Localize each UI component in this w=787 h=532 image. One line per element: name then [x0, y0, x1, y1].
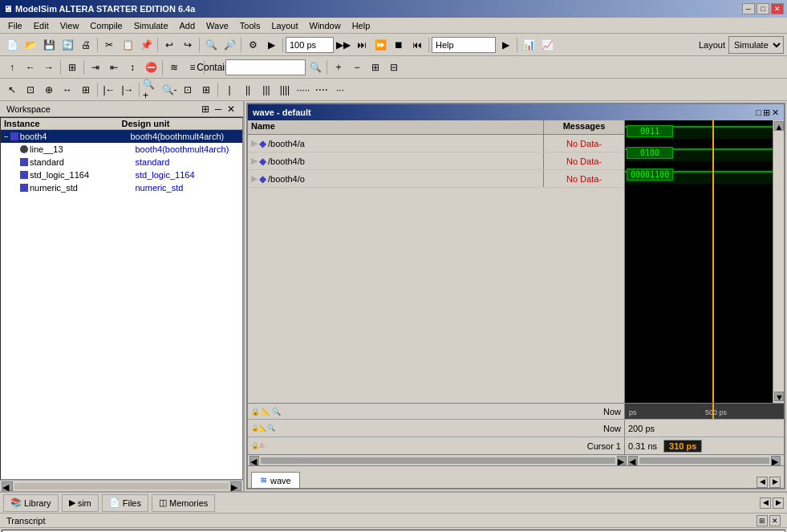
ws-minimize-btn[interactable]: ─ [213, 104, 224, 115]
menu-compile[interactable]: Compile [85, 19, 127, 32]
layout-dropdown[interactable]: Simulate [728, 36, 784, 54]
sig-name-o[interactable]: ▶ ◆ /booth4/o [248, 170, 544, 187]
menu-simulate[interactable]: Simulate [129, 19, 173, 32]
time-input[interactable] [286, 37, 334, 53]
tree-item-booth4[interactable]: − booth4 booth4(boothmult4arch) [1, 130, 242, 143]
hscroll-right-left-btn[interactable]: ◀ [628, 456, 638, 465]
menu-wave[interactable]: Wave [201, 19, 233, 32]
workspace-tree[interactable]: Instance Design unit − booth4 booth4(boo… [0, 117, 243, 480]
wave-tab-collapse[interactable]: ▶ [769, 477, 781, 488]
up-btn[interactable]: ↑ [3, 59, 21, 76]
marker-del[interactable]: |→ [119, 81, 136, 99]
search-go[interactable]: 🔍 [306, 59, 324, 76]
waveform-canvas[interactable]: 0011 0100 [625, 120, 784, 403]
zfull-btn2[interactable]: ⊞ [197, 81, 215, 99]
wave-expand-btn[interactable]: ↔ [59, 81, 76, 99]
wave-hscroll[interactable]: ◀ ▶ ◀ ▶ [248, 454, 784, 465]
zoom-area-btn[interactable]: ⊕ [40, 81, 58, 99]
close-btn[interactable]: ✕ [771, 3, 784, 14]
ws-close-btn[interactable]: ✕ [225, 104, 237, 115]
find-btn[interactable]: 🔍 [202, 36, 220, 54]
cut-btn[interactable]: ✂ [100, 36, 118, 54]
find2-btn[interactable]: 🔎 [221, 36, 238, 54]
ws-scroll-right[interactable]: ▶ [230, 481, 241, 491]
redo-btn[interactable]: ↪ [179, 36, 197, 54]
btab-files[interactable]: 📄 Files [102, 494, 148, 512]
vscroll-up[interactable]: ▲ [774, 121, 784, 131]
sig-col6[interactable]: ⋅⋅⋅⋅ [313, 81, 331, 99]
menu-window[interactable]: Window [305, 19, 346, 32]
fwd-btn[interactable]: → [40, 59, 58, 76]
step-btn[interactable]: ⇥ [87, 59, 104, 76]
sig-col3[interactable]: ||| [258, 81, 275, 99]
tree-item-numstd[interactable]: numeric_std numeric_std [1, 181, 242, 194]
menu-edit[interactable]: Edit [29, 19, 54, 32]
menu-tools[interactable]: Tools [235, 19, 266, 32]
btab-next[interactable]: ▶ [773, 497, 784, 509]
break-btn[interactable]: ⛔ [142, 59, 160, 76]
step-over-btn[interactable]: ↕ [124, 59, 141, 76]
menu-add[interactable]: Add [175, 19, 201, 32]
hscroll-right-right-btn[interactable]: ▶ [771, 456, 781, 465]
help-input[interactable] [432, 37, 496, 53]
maximize-btn[interactable]: □ [757, 3, 769, 14]
sig-col2[interactable]: || [239, 81, 257, 99]
save-btn[interactable]: 💾 [40, 36, 58, 54]
expand-btn[interactable]: ⊞ [63, 59, 81, 76]
undo-btn[interactable]: ↩ [160, 36, 178, 54]
menu-help[interactable]: Help [347, 19, 375, 32]
paste-btn[interactable]: 📌 [137, 36, 155, 54]
wave-close-btn[interactable]: ✕ [772, 108, 779, 118]
transcript-close[interactable]: ✕ [769, 515, 781, 526]
signal-list-body[interactable]: ▶ ◆ /booth4/a No Data- ▶ ◆ /booth4/b [248, 135, 624, 403]
refresh-btn[interactable]: 🔄 [59, 36, 76, 54]
zoom-in-btn[interactable]: + [330, 59, 347, 76]
tree-item-standard[interactable]: standard standard [1, 156, 242, 169]
minimize-btn[interactable]: ─ [742, 3, 755, 14]
copy-btn[interactable]: 📋 [119, 36, 136, 54]
wave-insert-btn[interactable]: ⊞ [77, 81, 95, 99]
sim-btn[interactable]: ▶ [262, 36, 280, 54]
hscroll-right-btn[interactable]: ▶ [617, 456, 627, 465]
select-btn[interactable]: ⊡ [22, 81, 39, 99]
wave-vscroll[interactable]: ▲ ▼ [773, 120, 784, 403]
contains-btn[interactable]: Contains [207, 59, 225, 76]
wave-tab-expand[interactable]: ◀ [757, 477, 768, 488]
zoom-fit-btn[interactable]: ⊞ [367, 59, 384, 76]
zin-btn2[interactable]: 🔍+ [142, 81, 160, 99]
transcript-expand[interactable]: ⊞ [757, 515, 768, 526]
tree-item-line13[interactable]: line__13 booth4(boothmult4arch) [1, 143, 242, 156]
profile-btn[interactable]: 📊 [520, 36, 538, 54]
step-out-btn[interactable]: ⇤ [105, 59, 123, 76]
zfit-btn2[interactable]: ⊡ [179, 81, 197, 99]
wave-minimize-btn[interactable]: □ [756, 108, 761, 118]
btab-memories[interactable]: ◫ Memories [152, 494, 215, 512]
cursor-btn[interactable]: ↖ [3, 81, 21, 99]
vscroll-down[interactable]: ▼ [774, 392, 784, 401]
run-cont-btn[interactable]: ⏩ [371, 36, 389, 54]
ws-scrollbar-h[interactable]: ◀ ▶ [0, 480, 243, 491]
help-go-btn[interactable]: ▶ [497, 36, 514, 54]
stop-btn[interactable]: ⏹ [390, 36, 408, 54]
menu-layout[interactable]: Layout [267, 19, 303, 32]
ws-expand-btn[interactable]: ⊞ [200, 104, 211, 115]
back-btn[interactable]: ← [22, 59, 39, 76]
zoom-reset-btn[interactable]: ⊟ [385, 59, 403, 76]
marker-add[interactable]: |← [100, 81, 118, 99]
open-btn[interactable]: 📂 [22, 36, 39, 54]
ws-scroll-left[interactable]: ◀ [2, 481, 13, 491]
wave-btn[interactable]: ≋ [165, 59, 183, 76]
sig-col5[interactable]: ····· [294, 81, 312, 99]
print-btn[interactable]: 🖨 [77, 36, 95, 54]
wave-tab-wave[interactable]: ≋ wave [251, 472, 300, 488]
menu-file[interactable]: File [3, 19, 27, 32]
restart-btn[interactable]: ⏮ [408, 36, 426, 54]
menu-view[interactable]: View [55, 19, 84, 32]
zout-btn2[interactable]: 🔍- [160, 81, 178, 99]
btab-library[interactable]: 📚 Library [3, 494, 59, 512]
wave-expand-btn2[interactable]: ⊞ [763, 108, 770, 118]
run-time-btn[interactable]: ▶▶ [335, 36, 352, 54]
new-btn[interactable]: 📄 [3, 36, 21, 54]
sig-name-a[interactable]: ▶ ◆ /booth4/a [248, 135, 544, 152]
compile-btn[interactable]: ⚙ [244, 36, 262, 54]
